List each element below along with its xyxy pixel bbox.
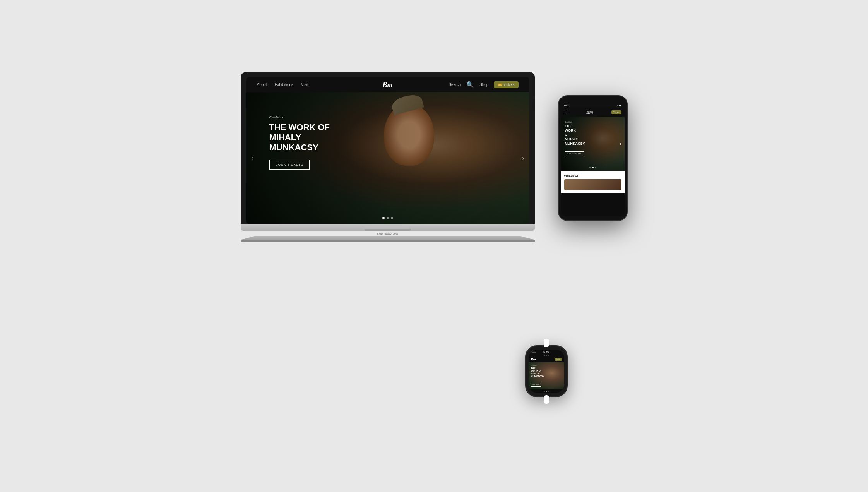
macbook-stand	[241, 236, 535, 240]
phone-time: 9:41	[564, 105, 569, 107]
ticket-icon: 🎫	[498, 83, 502, 87]
macbook-screen: About Exhibitions Visit Bm Search 🔍 Shop…	[246, 77, 529, 224]
phone-tickets-button[interactable]: Tickets	[611, 110, 621, 114]
laptop-navbar: About Exhibitions Visit Bm Search 🔍 Shop…	[246, 77, 529, 92]
hero-dots	[382, 217, 393, 219]
hero-title: THE WORK OF MIHALY MUNKACSY	[269, 122, 347, 153]
dot-1[interactable]	[382, 217, 385, 219]
hero-label: Exhibition	[269, 115, 347, 119]
tickets-label: Tickets	[503, 83, 514, 87]
watch-dot-2[interactable]	[546, 391, 547, 392]
phone-status-bar: 9:41 ●●●	[561, 105, 625, 107]
phone-navbar: Bm Tickets	[561, 108, 625, 117]
hero-content: Exhibition THE WORK OF MIHALY MUNKACSY B…	[269, 115, 347, 170]
phone-screen: Bm Tickets Exhibition THE WORK OF MIHALY…	[561, 108, 625, 216]
nav-exhibitions-link[interactable]: Exhibitions	[275, 82, 293, 87]
hamburger-menu-button[interactable]	[564, 111, 568, 113]
watch-close-label[interactable]: Close	[531, 351, 536, 353]
laptop-hero: Exhibition THE WORK OF MIHALY MUNKACSY B…	[246, 92, 529, 224]
phone-next-arrow[interactable]: ›	[620, 141, 621, 146]
hamburger-line-3	[564, 113, 568, 113]
watch-dot-1[interactable]	[544, 391, 545, 392]
nav-visit-link[interactable]: Visit	[301, 82, 308, 87]
hero-prev-arrow[interactable]: ‹	[252, 154, 254, 162]
phone-body: 9:41 ●●● Bm Tickets	[558, 95, 628, 221]
watch-tickets-button[interactable]: Tickets	[555, 358, 562, 361]
phone-whats-on-section: What's On	[561, 171, 625, 193]
phone-notch	[583, 100, 603, 103]
hero-next-arrow[interactable]: ›	[522, 154, 524, 162]
hamburger-line-1	[564, 111, 568, 111]
scene: About Exhibitions Visit Bm Search 🔍 Shop…	[241, 72, 628, 420]
watch-dot-t-3	[548, 355, 549, 356]
watch-time: 9:55	[543, 351, 549, 354]
phone-whats-on-image	[564, 179, 621, 190]
laptop-nav-left: About Exhibitions Visit	[257, 82, 308, 87]
dot-3[interactable]	[391, 217, 393, 219]
nav-about-link[interactable]: About	[257, 82, 267, 87]
watch-hero: Exhibition THE WORK OF MIHALY MUNKACSY B…	[529, 362, 564, 389]
dot-2[interactable]	[387, 217, 389, 219]
phone-hero-content: Exhibition THE WORK OF MIHALY MUNKACSY B…	[565, 121, 585, 156]
phone-dot-1[interactable]	[589, 167, 591, 168]
watch-logo: Bm	[531, 358, 536, 361]
watch-body: Close 9:55 Bm Tickets Exhibition	[525, 345, 568, 397]
watch-book-tickets-button[interactable]: Book tickets	[531, 383, 541, 387]
phone-device: 9:41 ●●● Bm Tickets	[558, 95, 628, 221]
laptop-logo: Bm	[382, 81, 392, 88]
hero-title-line2: MIHALY MUNKACSY	[269, 132, 318, 152]
phone-hero-label: Exhibition	[565, 121, 585, 123]
phone-hero-title: THE WORK OF MIHALY MUNKACSY	[565, 124, 585, 146]
laptop-nav-right: Search 🔍 Shop 🎫 Tickets	[449, 81, 518, 88]
watch-screen: Close 9:55 Bm Tickets Exhibition	[529, 350, 564, 393]
watch-dot-t-1	[544, 355, 545, 356]
watch-device: Close 9:55 Bm Tickets Exhibition	[525, 345, 568, 397]
phone-dots	[589, 167, 596, 168]
watch-hero-title: THE WORK OF MIHALY MUNKACSY	[531, 367, 544, 378]
macbook-device: About Exhibitions Visit Bm Search 🔍 Shop…	[241, 72, 535, 242]
hamburger-line-2	[564, 112, 568, 112]
phone-logo: Bm	[586, 110, 593, 115]
phone-battery: ●●●	[617, 105, 621, 107]
nav-shop-link[interactable]: Shop	[479, 82, 488, 87]
phone-whats-on-heading: What's On	[564, 174, 621, 177]
watch-dots	[529, 389, 564, 393]
nav-search-link[interactable]: Search	[449, 82, 461, 87]
watch-dot-3[interactable]	[548, 391, 549, 392]
phone-dot-2[interactable]	[592, 167, 594, 168]
tickets-button[interactable]: 🎫 Tickets	[494, 81, 518, 88]
macbook-foot	[241, 240, 535, 242]
watch-hero-label: Exhibition	[531, 365, 544, 366]
watch-hero-content: Exhibition THE WORK OF MIHALY MUNKACSY B…	[531, 365, 544, 387]
watch-navbar: Bm Tickets	[529, 357, 564, 362]
macbook-bezel: About Exhibitions Visit Bm Search 🔍 Shop…	[241, 72, 535, 224]
hero-title-line1: THE WORK OF	[269, 122, 330, 132]
phone-dot-3[interactable]	[595, 167, 596, 168]
phone-hero: Exhibition THE WORK OF MIHALY MUNKACSY B…	[561, 117, 625, 171]
watch-dot-t-2	[546, 355, 547, 356]
phone-book-tickets-button[interactable]: BOOK TICKETS	[565, 151, 584, 156]
macbook-base	[241, 224, 535, 231]
search-icon: 🔍	[466, 81, 474, 88]
macbook-label: MacBook Pro	[241, 232, 535, 236]
watch-top-bar: Close 9:55	[529, 350, 564, 355]
book-tickets-button[interactable]: BOOK TICKETS	[269, 160, 310, 170]
